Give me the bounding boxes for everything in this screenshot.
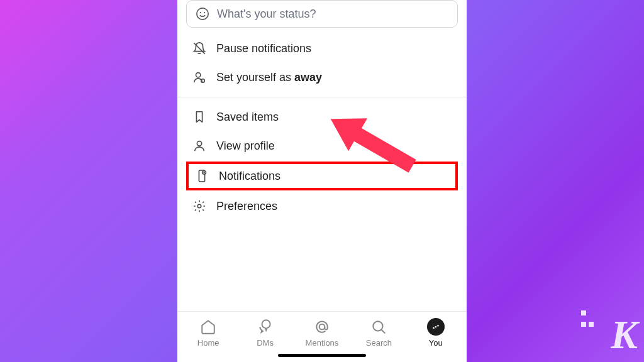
- you-icon: [427, 318, 445, 336]
- home-icon: [199, 318, 217, 336]
- phone-frame: What's your status? Pause notifications …: [177, 0, 467, 362]
- status-placeholder: What's your status?: [217, 8, 316, 21]
- set-away-prefix: Set yourself as: [216, 71, 294, 84]
- pause-notifications-item[interactable]: Pause notifications: [177, 34, 467, 63]
- tab-you[interactable]: You: [411, 318, 461, 348]
- svg-line-13: [382, 329, 385, 332]
- presence-icon: [192, 70, 206, 84]
- person-icon: [192, 139, 206, 153]
- svg-rect-15: [435, 326, 436, 328]
- gear-icon: [192, 199, 206, 213]
- pause-notifications-label: Pause notifications: [216, 42, 311, 55]
- notifications-label: Notifications: [219, 170, 280, 183]
- tab-bar: Home DMs Mentions: [177, 311, 467, 350]
- chat-icon: [257, 318, 274, 336]
- status-input[interactable]: What's your status?: [186, 0, 458, 28]
- svg-point-10: [197, 204, 201, 208]
- at-icon: [313, 318, 331, 336]
- svg-point-0: [197, 8, 208, 19]
- set-away-bold: away: [294, 71, 322, 84]
- svg-point-2: [204, 12, 205, 13]
- tab-home-label: Home: [197, 338, 219, 348]
- tab-dms-label: DMs: [257, 338, 274, 348]
- tab-mentions-label: Mentions: [306, 338, 339, 348]
- tab-you-label: You: [429, 338, 443, 348]
- saved-items-label: Saved items: [216, 111, 279, 124]
- view-profile-label: View profile: [216, 140, 275, 153]
- notifications-item[interactable]: Notifications: [186, 162, 458, 190]
- watermark-k: K: [611, 312, 636, 358]
- tab-dms[interactable]: DMs: [240, 318, 291, 348]
- svg-point-11: [319, 324, 325, 330]
- bookmark-icon: [192, 110, 206, 124]
- search-icon: [370, 318, 387, 336]
- set-away-item[interactable]: Set yourself as away: [177, 63, 467, 92]
- view-profile-item[interactable]: View profile: [177, 131, 467, 160]
- tab-search[interactable]: Search: [353, 318, 404, 348]
- tab-search-label: Search: [366, 338, 392, 348]
- set-away-label: Set yourself as away: [216, 71, 322, 84]
- svg-rect-16: [437, 325, 439, 327]
- tab-home[interactable]: Home: [183, 318, 233, 348]
- svg-point-6: [197, 141, 201, 146]
- home-indicator: [278, 354, 366, 357]
- spacer: [177, 221, 467, 311]
- bell-off-icon: [192, 41, 206, 55]
- tab-mentions[interactable]: Mentions: [297, 318, 347, 348]
- preferences-label: Preferences: [216, 200, 277, 213]
- preferences-item[interactable]: Preferences: [177, 192, 467, 221]
- phone-notification-icon: [195, 169, 209, 183]
- svg-point-9: [203, 172, 204, 173]
- svg-point-4: [196, 73, 201, 77]
- svg-rect-14: [433, 327, 435, 329]
- divider: [177, 97, 467, 97]
- svg-point-1: [200, 12, 201, 13]
- smiley-icon: [196, 7, 209, 21]
- saved-items-item[interactable]: Saved items: [177, 102, 467, 131]
- watermark-dots: [580, 308, 595, 331]
